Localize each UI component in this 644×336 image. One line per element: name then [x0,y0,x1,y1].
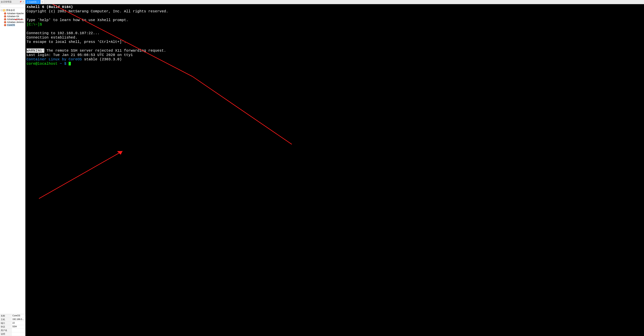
property-key: 主机 [0,318,12,321]
terminal-line: Xshell 6 (Build 0184) [26,5,73,9]
terminal-line: To escape to local shell, press 'Ctrl+Al… [26,40,126,44]
terminal-line: Last login: Tue Jan 21 05:08:53 UTC 2020… [26,53,133,57]
property-row: 说明 [0,332,25,336]
property-row: 端口22 [0,321,25,325]
session-icon [4,15,6,18]
terminal-line: Connection established. [26,36,78,40]
local-prompt: [C:\~]$ [26,22,42,27]
session-manager-title: 会话管理器 [1,0,19,4]
session-label: Azkaban-Apache [7,12,24,15]
session-item[interactable]: Azkaban-GitLab [0,18,25,21]
property-row: 协议SSH [0,325,25,329]
tab-label: 1 CoreOS [27,1,36,3]
session-icon [4,12,6,15]
property-value[interactable]: 22 [12,321,25,325]
property-row: 用户名 [0,329,25,332]
shell-prompt-user: core@localhost [26,62,58,66]
close-icon[interactable]: × [22,1,24,3]
session-label: Azkaban-Jenkins [7,21,24,24]
property-key: 说明 [0,332,12,336]
tab-coreos[interactable]: 1 CoreOS × [26,0,40,4]
warning-tag: WARNING! [26,49,44,53]
property-value[interactable] [12,329,25,332]
property-key: 用户名 [0,329,12,332]
shell-prompt-path: ~ $ [58,62,68,66]
collapse-icon[interactable]: − [1,10,2,11]
property-value[interactable]: SSH [12,325,25,328]
session-root-node[interactable]: − 所有会话 [0,9,25,12]
session-item[interactable]: Azkaban-Apache [0,12,25,15]
session-filter-input[interactable] [1,4,27,8]
terminal-line: Type `help' to learn how to use Xshell p… [26,18,128,22]
property-value[interactable]: 192.168.0.... [12,318,25,321]
terminal-output[interactable]: Xshell 6 (Build 0184) Copyright (c) 2002… [26,4,644,336]
property-key: 名称 [0,314,12,318]
pin-icon[interactable]: 📌 [20,1,22,3]
session-item[interactable]: Azkaban-Jenkins [0,21,25,24]
session-label: CoreOS [7,24,15,26]
tab-bar: 1 CoreOS × + [26,0,644,4]
app-root: 会话管理器 📌 × − 所有会话 Azkaban-ApacheAzkaban-G… [0,0,644,336]
property-row: 主机192.168.0.... [0,318,25,321]
terminal-line: Copyright (c) 2002 NetSarang Computer, I… [26,9,168,14]
session-properties: 名称CoreOS主机192.168.0....端口22协议SSH用户名说明 ▴ [0,314,25,336]
session-item[interactable]: CoreOS [0,24,25,27]
session-root-label: 所有会话 [6,9,15,12]
property-value[interactable] [12,332,25,336]
cursor-block-icon [68,62,71,65]
new-tab-button[interactable]: + [40,0,44,4]
session-icon [4,18,6,20]
session-manager-panel: 会话管理器 📌 × − 所有会话 Azkaban-ApacheAzkaban-G… [0,0,26,336]
session-label: Azkaban-GitLab [7,18,23,21]
session-tree: − 所有会话 Azkaban-ApacheAzkaban-GitAzkaban-… [0,8,25,314]
session-manager-header: 会话管理器 📌 × [0,0,25,4]
folder-icon [3,9,6,12]
session-icon [4,24,6,26]
terminal-pane[interactable]: Xshell 6 (Build 0184) Copyright (c) 2002… [26,4,644,336]
property-key: 协议 [0,325,12,328]
terminal-line: Container Linux by CoreOS [26,57,82,61]
session-label: Azkaban-Git [7,15,19,18]
property-value[interactable]: CoreOS [12,314,25,318]
session-icon [4,21,6,23]
terminal-line: stable (2303.3.0) [82,57,122,61]
main-area: 1 CoreOS × + Xshell 6 (Build 0184) Copyr… [26,0,644,336]
property-row: 名称CoreOS [0,314,25,318]
session-item[interactable]: Azkaban-Git [0,15,25,18]
tab-close-icon[interactable]: × [38,1,39,3]
session-filter-row [0,4,25,8]
terminal-line: The remote SSH server rejected X11 forwa… [44,49,166,53]
terminal-line: Connecting to 192.168.0.107:22... [26,31,100,35]
property-key: 端口 [0,321,12,325]
